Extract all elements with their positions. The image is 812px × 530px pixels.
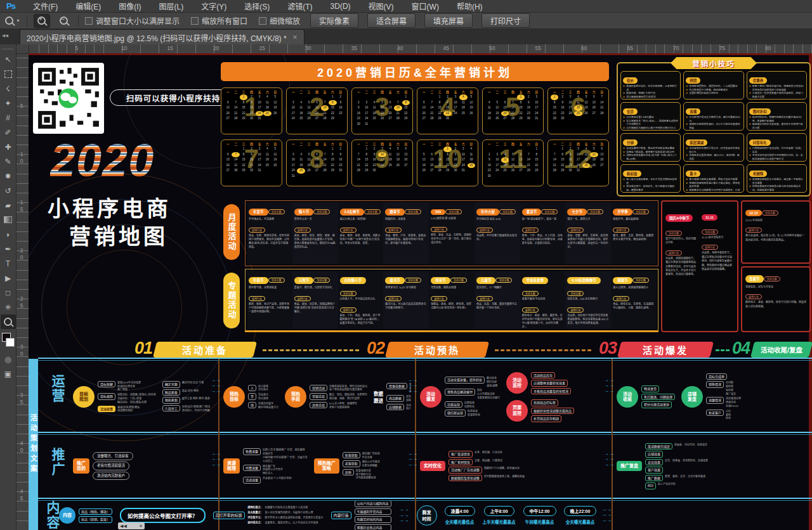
mindmap-cluster: 推广复盘渠道数据完成度体量差、对比时间、投放成本店铺效果会员效果会员、体系量、老…	[617, 443, 708, 489]
day-highlight: 4	[459, 94, 467, 100]
ruler-number: 5	[75, 45, 79, 51]
day: 30	[566, 168, 574, 174]
document-tab[interactable]: 2020小程序电商营销地图.jpg @ 12.5% (扫码可以获得小程序扶持, …	[20, 29, 304, 45]
day: 29	[533, 168, 540, 174]
activity-column: 感恩节活动主题遇人过恩师，是谁最想感谢的人适用行业食品、鲜花礼包、生鲜等，生成感…	[611, 271, 657, 329]
zoom-tool[interactable]	[1, 314, 16, 329]
background-color-swatch[interactable]	[6, 338, 15, 347]
item-label: 预售商品尾款催付	[445, 389, 475, 396]
day-grid: 1234567891011121314151617181920212223242…	[224, 94, 279, 122]
clone-stamp-tool[interactable]: ✹	[1, 169, 16, 183]
crop-tool[interactable]: #	[1, 110, 16, 125]
option-button[interactable]: 适合屏幕	[367, 13, 416, 28]
day: 24	[452, 111, 459, 117]
item-sublines: 浏览加购量	[406, 395, 411, 403]
option-checkbox[interactable]: 调整窗口大小以满屏显示	[85, 15, 180, 26]
item-label: 流量曝光、引流获客	[93, 452, 133, 460]
option-button[interactable]: 实际像素	[310, 13, 358, 28]
activity-pill: 母亲节	[431, 277, 450, 284]
menu-item[interactable]: 选择(S)	[244, 1, 270, 11]
option-checkbox[interactable]: 细微缩放	[259, 15, 300, 26]
shape-tool[interactable]: □	[1, 285, 16, 300]
row-divider	[38, 432, 812, 433]
scroll-left-icon[interactable]: ◀◀	[120, 524, 127, 529]
menu-item[interactable]: 帮助(H)	[457, 1, 483, 11]
eyedropper-tool[interactable]: ✐	[1, 125, 16, 139]
day: 26	[305, 168, 313, 174]
tab-close-icon[interactable]: ×	[293, 33, 298, 42]
quick-mask-button[interactable]: ◎	[1, 352, 16, 366]
menu-item[interactable]: 3D(D)	[331, 2, 351, 11]
day: 21	[321, 163, 329, 169]
gradient-tool[interactable]	[1, 212, 16, 227]
lasso-tool[interactable]: ☇	[1, 81, 16, 96]
canvas-document[interactable]: 扫码可以获得小程序扶持 2020 小程序电商 营销地图 2020营销日历&全年营…	[29, 53, 812, 530]
special-pill: 12.12	[745, 210, 762, 216]
type-tool[interactable]: T	[1, 256, 16, 271]
history-brush-tool[interactable]: ↺	[1, 183, 16, 198]
ruler-number: 35	[351, 45, 357, 51]
day: 11	[485, 105, 493, 111]
option-checkbox[interactable]: 缩放所有窗口	[191, 15, 247, 26]
flow-arrows-icon: →→→→→→	[211, 451, 221, 467]
day-blank	[420, 146, 428, 152]
day: 11	[386, 152, 394, 158]
item-sublines: 投入产出比分析	[658, 482, 676, 486]
zoom-tool-preset[interactable]: ▼	[5, 16, 20, 25]
blur-tool[interactable]: ◗	[1, 227, 16, 242]
day: 26	[468, 111, 475, 117]
industry-tag: 适用行业	[431, 227, 447, 232]
day: 8	[517, 100, 525, 106]
magic-wand-tool[interactable]: ✦	[1, 96, 16, 110]
close-icon[interactable]: ✕	[139, 524, 143, 529]
theme-text: 情定一生，相恋七夕	[567, 217, 609, 221]
menu-item[interactable]: 文字(Y)	[201, 1, 226, 11]
brush-tool[interactable]: ✎	[1, 154, 16, 169]
item-sublines: 文案、商品图、行情测试	[475, 459, 502, 463]
marquee-tool[interactable]	[1, 67, 16, 81]
day: 13	[590, 100, 598, 106]
move-tool[interactable]: ↖	[1, 52, 16, 67]
menu-item[interactable]: 窗口(W)	[412, 1, 439, 11]
pen-tool[interactable]: ✒	[1, 242, 16, 256]
menu-item[interactable]: 图像(I)	[119, 1, 141, 11]
day-blank	[428, 94, 435, 100]
panel-grip[interactable]: ••••••	[2, 47, 14, 51]
calendar-month: 一二三四五六日111234567891011121314151617181920…	[482, 139, 544, 186]
day: 7	[428, 100, 435, 106]
theme-text: 狂欢先至，618 京东购物节	[567, 297, 609, 301]
healing-brush-tool[interactable]: ✚	[1, 139, 16, 154]
menu-item[interactable]: 编辑(E)	[75, 1, 101, 11]
zoom-in-button[interactable]: +	[34, 14, 50, 28]
menu-item[interactable]: 文件(F)	[33, 1, 58, 11]
item-sublines: 微信公众号推送社群运营唤醒	[362, 460, 380, 468]
menu-item[interactable]: 图层(L)	[159, 1, 184, 11]
eraser-tool[interactable]: ▰	[1, 198, 16, 212]
day-blank	[370, 94, 378, 100]
mindmap-items: 确定主题确定时间·玩法·节奏物品筹备选品·库存·物料预热筹划宣传工具·物料·素材…	[162, 381, 210, 412]
theme-text: 青春不散场 毕业狂欢	[522, 297, 564, 301]
item-label: 新客获取	[343, 452, 360, 459]
path-select-tool[interactable]: ▶	[1, 271, 16, 285]
menu-item[interactable]: 滤镜(T)	[287, 1, 312, 11]
stage-label: 活动准备	[182, 343, 228, 356]
day: 29	[329, 168, 336, 174]
hand-tool[interactable]: ✳	[1, 300, 16, 314]
day: 6	[428, 152, 435, 158]
option-button[interactable]: 填充屏幕	[424, 13, 473, 28]
panel-collapse-icon[interactable]: ◂◂	[2, 32, 8, 39]
screen-mode-button[interactable]: ▣	[1, 366, 16, 381]
item-sublines: 朋友圈广告同城类公众号合作网红达人	[263, 465, 283, 475]
menu-item[interactable]: 视图(V)	[369, 1, 394, 11]
option-button[interactable]: 打印尺寸	[481, 13, 530, 28]
scrollbar-corner-widget[interactable]: ◀◀✕	[118, 522, 145, 529]
tip-card: 新起盘➤吸入电子运营拓客链，专有干货发货期特征总热迹➤锁住成功用户、拓充好礼，将…	[620, 164, 681, 193]
day: 4	[370, 100, 378, 106]
day: 27	[420, 116, 428, 122]
subline: 推广成本	[726, 392, 736, 396]
color-swatches[interactable]	[2, 333, 15, 347]
calendar-month: 一二三四五六日212345678910111213141516171819202…	[286, 87, 348, 134]
day: 14	[436, 157, 443, 163]
zoom-out-button[interactable]: −	[56, 15, 72, 27]
day-blank	[305, 146, 313, 152]
